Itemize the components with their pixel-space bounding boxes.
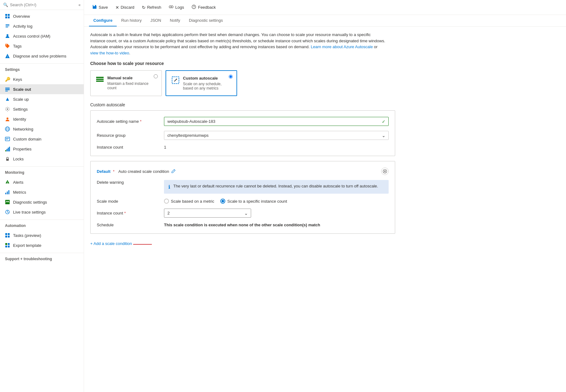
sidebar-item-scale-out[interactable]: Scale out — [0, 84, 84, 94]
scale-mode-row: Scale mode Scale based on a metric Scale… — [97, 199, 389, 204]
content-area: Autoscale is a built-in feature that hel… — [84, 27, 566, 392]
sidebar-item-scale-up[interactable]: Scale up — [0, 94, 84, 104]
svg-rect-48 — [96, 79, 104, 80]
add-scale-condition-button[interactable]: + Add a scale condition — [90, 240, 395, 247]
diagnostic-settings-label: Diagnostic settings — [13, 200, 47, 205]
refresh-icon: ↻ — [142, 5, 146, 10]
svg-rect-36 — [8, 236, 10, 238]
sidebar-item-diagnostic-settings[interactable]: Diagnostic settings — [0, 197, 84, 207]
sidebar-item-tags[interactable]: Tags — [0, 41, 84, 51]
tab-configure[interactable]: Configure — [89, 15, 117, 26]
tab-json[interactable]: JSON — [146, 15, 166, 26]
condition-instance-count-row: Instance count * 2 1 3 4 — [97, 209, 389, 218]
tab-notify[interactable]: Notify — [166, 15, 185, 26]
svg-rect-3 — [8, 16, 10, 18]
custom-autoscale-icon — [171, 76, 180, 85]
resource-group-select-wrapper: chenyltestpremiumwps — [164, 131, 389, 140]
svg-rect-42 — [93, 5, 95, 6]
autoscale-name-input[interactable] — [164, 117, 389, 126]
sidebar-item-keys[interactable]: 🔑 Keys — [0, 74, 84, 84]
properties-icon — [5, 146, 10, 151]
schedule-label: Schedule — [97, 223, 159, 227]
sidebar-item-metrics[interactable]: Metrics — [0, 187, 84, 197]
discard-button[interactable]: ✕ Discard — [112, 3, 138, 12]
manual-scale-card[interactable]: Manual scale Maintain a fixed instance c… — [90, 70, 162, 96]
logs-button[interactable]: Logs — [166, 2, 187, 12]
feedback-icon — [191, 4, 196, 10]
how-to-link[interactable]: view the how-to video — [90, 51, 129, 55]
save-button[interactable]: Save — [89, 2, 111, 12]
custom-autoscale-card[interactable]: Custom autoscale Scale on any schedule, … — [166, 70, 237, 96]
live-trace-label: Live trace settings — [13, 210, 46, 214]
svg-rect-26 — [7, 182, 8, 183]
overview-label: Overview — [13, 14, 30, 19]
metrics-icon — [5, 190, 10, 195]
svg-rect-33 — [5, 233, 7, 235]
delete-warning-text: The very last or default recurrence rule… — [173, 184, 378, 188]
settings-icon — [5, 107, 10, 112]
custom-domain-label: Custom domain — [13, 137, 41, 141]
custom-autoscale-radio[interactable] — [229, 75, 233, 80]
svg-point-14 — [7, 118, 8, 119]
scale-specific-radio-item[interactable]: Scale to a specific instance count — [220, 199, 287, 204]
sidebar-item-overview[interactable]: Overview — [0, 11, 84, 21]
edit-condition-icon[interactable] — [171, 169, 176, 174]
save-label: Save — [99, 5, 108, 10]
learn-more-link[interactable]: Learn more about Azure Autoscale — [311, 44, 373, 49]
sidebar-item-identity[interactable]: Identity — [0, 114, 84, 124]
svg-point-13 — [7, 108, 8, 110]
tags-icon — [5, 44, 10, 48]
sidebar-item-activity-log[interactable]: Activity log — [0, 21, 84, 31]
sidebar-item-settings[interactable]: Settings — [0, 104, 84, 114]
svg-rect-0 — [5, 14, 7, 16]
instance-count-label: Instance count — [97, 145, 159, 150]
scale-out-icon — [5, 87, 10, 92]
tab-diagnostic-settings[interactable]: Diagnostic settings — [185, 15, 227, 26]
networking-label: Networking — [13, 127, 33, 131]
sidebar-item-alerts[interactable]: Alerts — [0, 177, 84, 187]
sidebar-item-diagnose[interactable]: Diagnose and solve problems — [0, 51, 84, 61]
tags-label: Tags — [13, 44, 21, 48]
search-input[interactable] — [10, 2, 77, 7]
resource-group-row: Resource group chenyltestpremiumwps — [97, 131, 389, 140]
refresh-button[interactable]: ↻ Refresh — [139, 3, 165, 12]
sidebar-item-custom-domain[interactable]: Custom domain — [0, 134, 84, 144]
settings-label: Settings — [13, 107, 28, 112]
sidebar-item-networking[interactable]: Networking — [0, 124, 84, 134]
scale-metric-label: Scale based on a metric — [171, 199, 214, 204]
networking-icon — [5, 127, 10, 131]
delete-condition-button[interactable] — [381, 168, 389, 175]
tab-run-history[interactable]: Run history — [117, 15, 146, 26]
svg-rect-29 — [7, 191, 8, 194]
properties-label: Properties — [13, 147, 31, 151]
resource-group-select[interactable]: chenyltestpremiumwps — [164, 131, 389, 140]
monitoring-section-title: Monitoring — [0, 168, 84, 176]
automation-section: Tasks (preview) Export template — [0, 229, 84, 251]
sidebar-item-locks[interactable]: Locks — [0, 154, 84, 164]
scale-specific-radio-circle — [220, 199, 225, 204]
identity-icon — [5, 117, 10, 122]
svg-rect-22 — [7, 149, 7, 151]
scale-out-label: Scale out — [13, 87, 31, 92]
custom-autoscale-label: Custom autoscale — [90, 102, 560, 107]
diagnostic-icon — [5, 200, 10, 205]
sidebar-item-properties[interactable]: Properties — [0, 144, 84, 154]
sidebar-item-live-trace[interactable]: Live trace settings — [0, 207, 84, 217]
autoscale-name-label: Autoscale setting name * — [97, 119, 159, 124]
access-control-icon — [5, 34, 10, 39]
logs-icon — [169, 4, 174, 10]
svg-rect-40 — [8, 246, 10, 247]
feedback-button[interactable]: Feedback — [188, 2, 219, 12]
scale-metric-radio-item[interactable]: Scale based on a metric — [164, 199, 214, 204]
schedule-text: This scale condition is executed when no… — [164, 223, 320, 227]
manual-scale-radio[interactable] — [154, 74, 158, 79]
svg-point-27 — [7, 183, 8, 184]
sidebar: 🔍 « Overview Activity log Access control… — [0, 0, 84, 392]
collapse-icon[interactable]: « — [78, 3, 81, 7]
sidebar-item-access-control[interactable]: Access control (IAM) — [0, 31, 84, 41]
sidebar-item-tasks[interactable]: Tasks (preview) — [0, 230, 84, 240]
instance-count-select[interactable]: 2 1 3 4 — [164, 209, 251, 218]
sidebar-item-export-template[interactable]: Export template — [0, 240, 84, 250]
svg-rect-1 — [8, 14, 10, 16]
manual-scale-title: Manual scale — [107, 76, 157, 80]
